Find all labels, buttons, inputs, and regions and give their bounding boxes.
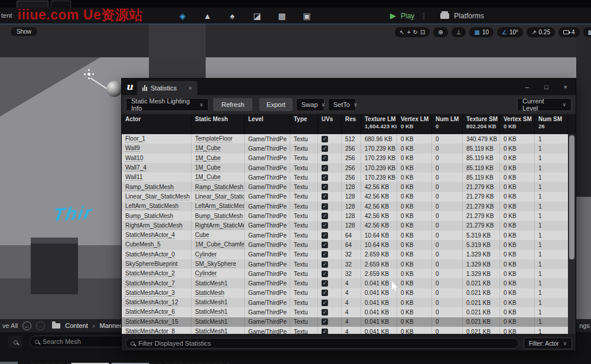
back-icon[interactable]: ←: [22, 321, 31, 330]
statistics-titlebar[interactable]: u Statistics × – □ ×: [122, 79, 576, 95]
table-row[interactable]: StaticMeshActor_7StaticMesh1Game/ThirdPe…: [122, 278, 569, 288]
static-mesh-cell[interactable]: Cylinder: [191, 269, 245, 278]
tab-close-icon[interactable]: ×: [189, 85, 192, 92]
statistics-tab[interactable]: Statistics ×: [137, 81, 197, 95]
actor-cell[interactable]: StaticMeshActor_2: [122, 269, 191, 278]
uvs-checkbox[interactable]: ✓: [322, 251, 328, 258]
static-mesh-cell[interactable]: StaticMesh1: [191, 317, 245, 327]
actor-cell[interactable]: RightArm_StaticMesh: [122, 221, 191, 230]
actor-cell[interactable]: StaticMeshActor_12: [122, 298, 191, 307]
table-row[interactable]: Wall101M_CubeGame/ThirdPeTextu✓256170.23…: [122, 154, 569, 163]
camera-speed-value[interactable]: 4: [571, 29, 575, 35]
uvs-checkbox[interactable]: ✓: [322, 203, 328, 210]
grid-snap-value[interactable]: 10: [482, 29, 489, 35]
scale-snap-value[interactable]: 0.25: [539, 29, 550, 35]
column-header[interactable]: Vertex SM0 KB: [500, 114, 535, 134]
play-icon[interactable]: ▶: [390, 11, 396, 20]
play-button[interactable]: Play: [401, 12, 414, 20]
light-sprite-icon[interactable]: [87, 73, 90, 76]
rotation-snap-button[interactable]: ∠ 10°: [497, 27, 523, 37]
column-header[interactable]: Texture LM1,604.423 KB: [361, 114, 397, 134]
table-row[interactable]: StaticMeshActor_0CylinderGame/ThirdPeTex…: [122, 250, 569, 259]
column-header[interactable]: Type: [290, 114, 318, 134]
static-mesh-cell[interactable]: Cylinder: [191, 250, 245, 259]
asset-tree-selected-item[interactable]: [0, 362, 18, 364]
actor-cell[interactable]: Ramp_StaticMesh: [122, 182, 191, 191]
minimize-icon[interactable]: –: [525, 83, 529, 90]
static-mesh-cell[interactable]: 1M_Cube: [191, 173, 245, 182]
static-mesh-cell[interactable]: 1M_Cube_Chamfer: [191, 240, 245, 249]
fracture-mode-icon[interactable]: ▩: [275, 11, 288, 21]
grid-snap-button[interactable]: ▦ 10: [469, 27, 493, 37]
uvs-checkbox[interactable]: ✓: [322, 136, 328, 142]
globe-icon[interactable]: ⊕: [438, 29, 443, 35]
uvs-checkbox[interactable]: ✓: [322, 213, 328, 219]
actor-cell[interactable]: StaticMeshActor_15: [122, 317, 191, 327]
table-row[interactable]: StaticMeshActor_6StaticMesh1Game/ThirdPe…: [122, 307, 569, 317]
platforms-button[interactable]: Platforms: [454, 12, 484, 20]
uvs-checkbox[interactable]: ✓: [322, 318, 328, 325]
static-mesh-cell[interactable]: StaticMesh1: [191, 327, 245, 334]
table-row[interactable]: CubeMesh_51M_Cube_ChamferGame/ThirdPeTex…: [122, 240, 569, 249]
uvs-checkbox[interactable]: ✓: [322, 242, 328, 248]
rotate-tool-icon[interactable]: ↻: [413, 29, 418, 35]
static-mesh-cell[interactable]: 1M_Cube: [191, 163, 245, 173]
actor-cell[interactable]: Floor_1: [122, 134, 191, 144]
table-row[interactable]: Ramp_StaticMeshRamp_StaticMeshGame/Third…: [122, 182, 569, 191]
uvs-checkbox[interactable]: ✓: [322, 329, 328, 334]
actor-cell[interactable]: LeftArm_StaticMesh: [122, 202, 191, 211]
select-tool-icon[interactable]: ↖: [400, 29, 404, 35]
uvs-checkbox[interactable]: ✓: [322, 184, 328, 190]
level-scope-dropdown[interactable]: Current Level ∨: [517, 98, 571, 111]
platforms-icon[interactable]: [440, 13, 449, 19]
actor-cell[interactable]: StaticMeshActor_0: [122, 250, 191, 259]
select-mode-icon[interactable]: ◈: [176, 11, 189, 21]
column-header[interactable]: Num LM0: [432, 114, 463, 134]
column-header[interactable]: Actor: [122, 114, 191, 134]
foliage-mode-icon[interactable]: ♠: [226, 11, 239, 21]
actor-cell[interactable]: StaticMeshActor_7: [122, 278, 191, 288]
save-all-button[interactable]: ve All: [2, 322, 18, 329]
surface-snapping-button[interactable]: ⊥: [452, 27, 466, 37]
static-mesh-cell[interactable]: SM_SkySphere: [191, 259, 245, 269]
camera-speed-button[interactable]: 4: [558, 27, 580, 37]
filter-actor-dropdown[interactable]: Filter: Actor ∨: [524, 337, 572, 349]
table-row[interactable]: StaticMeshActor_2CylinderGame/ThirdPeTex…: [122, 269, 569, 278]
static-mesh-cell[interactable]: StaticMesh1: [191, 307, 245, 317]
static-mesh-cell[interactable]: StaticMesh1: [191, 298, 245, 307]
actor-cell[interactable]: Wall9: [122, 144, 191, 153]
uvs-checkbox[interactable]: ✓: [322, 271, 328, 277]
table-row[interactable]: StaticMeshActor_15StaticMesh1Game/ThirdP…: [122, 317, 569, 327]
scrollbar-thumb[interactable]: [569, 135, 574, 259]
column-header[interactable]: Texture SM802.204 KB: [463, 114, 500, 134]
world-local-toggle[interactable]: ⊕: [433, 27, 447, 37]
static-mesh-cell[interactable]: Ramp_StaticMesh: [191, 182, 245, 191]
actor-cell[interactable]: Wall7_4: [122, 163, 191, 173]
refresh-button[interactable]: Refresh: [213, 98, 252, 111]
rotation-snap-value[interactable]: 10°: [509, 29, 518, 35]
table-row[interactable]: Linear_Stair_StaticMeshLinear_Stair_Stat…: [122, 192, 569, 202]
settings-button-fragment[interactable]: ngs: [579, 322, 590, 329]
uvs-checkbox[interactable]: ✓: [322, 280, 328, 287]
table-row[interactable]: StaticMeshActor_3StaticMeshGame/ThirdPeT…: [122, 288, 569, 298]
actor-cell[interactable]: SkySphereBlueprint: [122, 259, 191, 269]
close-icon[interactable]: ×: [564, 83, 567, 90]
uvs-checkbox[interactable]: ✓: [322, 145, 328, 152]
uvs-checkbox[interactable]: ✓: [322, 300, 328, 306]
move-tool-icon[interactable]: +: [407, 29, 411, 35]
actor-cell[interactable]: Bump_StaticMesh: [122, 211, 191, 220]
mesh-paint-mode-icon[interactable]: ◪: [251, 11, 264, 21]
actor-cell[interactable]: StaticMeshActor_8: [122, 327, 191, 334]
table-row[interactable]: RightArm_StaticMeshRightArm_StaticMeshGa…: [122, 221, 569, 230]
static-mesh-cell[interactable]: Linear_Stair_StaticMesh: [191, 192, 245, 202]
table-row[interactable]: LeftArm_StaticMeshLeftArm_StaticMeshGame…: [122, 202, 569, 211]
static-mesh-cell[interactable]: Cube: [191, 230, 245, 240]
table-row[interactable]: Floor_1TemplateFloorGame/ThirdPeTextu✓51…: [122, 134, 569, 144]
table-scrollbar[interactable]: [568, 134, 576, 334]
filter-search-input[interactable]: [138, 340, 514, 347]
uvs-checkbox[interactable]: ✓: [322, 155, 328, 161]
static-mesh-cell[interactable]: LeftArm_StaticMesh: [191, 202, 245, 211]
table-row[interactable]: Bump_StaticMeshBump_StaticMeshGame/Third…: [122, 211, 569, 220]
actor-cell[interactable]: Wall11: [122, 173, 191, 182]
uvs-checkbox[interactable]: ✓: [322, 222, 328, 229]
